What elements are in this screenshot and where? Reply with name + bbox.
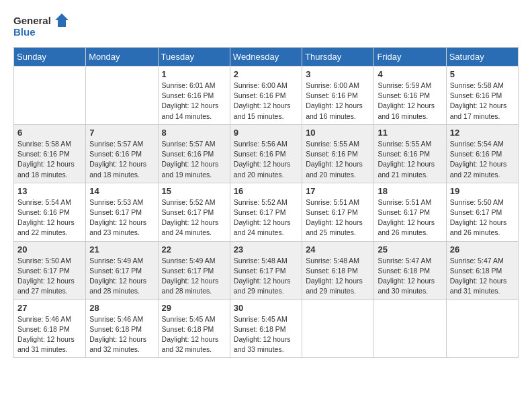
calendar-cell: 14Sunrise: 5:53 AMSunset: 6:17 PMDayligh… bbox=[86, 183, 158, 241]
day-number: 8 bbox=[162, 128, 226, 138]
day-info: Sunrise: 5:46 AMSunset: 6:18 PMDaylight:… bbox=[17, 314, 82, 355]
calendar-week-1: 1Sunrise: 6:01 AMSunset: 6:16 PMDaylight… bbox=[14, 66, 519, 125]
day-info: Sunrise: 5:50 AMSunset: 6:17 PMDaylight:… bbox=[450, 197, 515, 238]
day-number: 21 bbox=[89, 244, 154, 255]
calendar-cell bbox=[374, 300, 446, 358]
calendar-cell: 9Sunrise: 5:56 AMSunset: 6:16 PMDaylight… bbox=[230, 124, 302, 183]
calendar-cell: 11Sunrise: 5:55 AMSunset: 6:16 PMDayligh… bbox=[374, 124, 446, 183]
day-info: Sunrise: 5:54 AMSunset: 6:16 PMDaylight:… bbox=[450, 139, 515, 180]
day-number: 15 bbox=[162, 186, 226, 196]
weekday-header-row: SundayMondayTuesdayWednesdayThursdayFrid… bbox=[14, 48, 519, 66]
calendar-cell: 4Sunrise: 5:59 AMSunset: 6:16 PMDaylight… bbox=[374, 66, 446, 125]
day-number: 27 bbox=[17, 303, 82, 313]
calendar-cell: 30Sunrise: 5:45 AMSunset: 6:18 PMDayligh… bbox=[230, 300, 302, 358]
day-info: Sunrise: 5:47 AMSunset: 6:18 PMDaylight:… bbox=[378, 256, 442, 297]
day-info: Sunrise: 6:01 AMSunset: 6:16 PMDaylight:… bbox=[162, 81, 226, 122]
day-number: 24 bbox=[306, 244, 370, 255]
calendar-cell: 16Sunrise: 5:52 AMSunset: 6:17 PMDayligh… bbox=[230, 183, 302, 241]
calendar-cell: 18Sunrise: 5:51 AMSunset: 6:17 PMDayligh… bbox=[374, 183, 446, 241]
day-info: Sunrise: 5:59 AMSunset: 6:16 PMDaylight:… bbox=[378, 81, 442, 122]
svg-text:General: General bbox=[13, 15, 51, 26]
calendar-cell: 26Sunrise: 5:47 AMSunset: 6:18 PMDayligh… bbox=[446, 241, 518, 300]
day-number: 18 bbox=[378, 186, 442, 196]
calendar-cell: 3Sunrise: 6:00 AMSunset: 6:16 PMDaylight… bbox=[302, 66, 374, 125]
day-info: Sunrise: 5:58 AMSunset: 6:16 PMDaylight:… bbox=[450, 81, 515, 122]
day-number: 28 bbox=[89, 303, 154, 313]
calendar-cell: 8Sunrise: 5:57 AMSunset: 6:16 PMDaylight… bbox=[158, 124, 230, 183]
day-number: 5 bbox=[450, 69, 515, 79]
header: GeneralBlue bbox=[13, 13, 519, 40]
day-info: Sunrise: 5:49 AMSunset: 6:17 PMDaylight:… bbox=[89, 256, 154, 297]
calendar-cell: 17Sunrise: 5:51 AMSunset: 6:17 PMDayligh… bbox=[302, 183, 374, 241]
calendar-week-2: 6Sunrise: 5:58 AMSunset: 6:16 PMDaylight… bbox=[14, 124, 519, 183]
day-number: 11 bbox=[378, 128, 442, 138]
day-number: 29 bbox=[162, 303, 226, 313]
weekday-header-sunday: Sunday bbox=[14, 48, 86, 66]
day-number: 26 bbox=[450, 244, 515, 255]
calendar-week-4: 20Sunrise: 5:50 AMSunset: 6:17 PMDayligh… bbox=[14, 241, 519, 300]
day-number: 13 bbox=[17, 186, 82, 196]
calendar-cell: 23Sunrise: 5:48 AMSunset: 6:17 PMDayligh… bbox=[230, 241, 302, 300]
day-info: Sunrise: 5:55 AMSunset: 6:16 PMDaylight:… bbox=[378, 139, 442, 180]
calendar-cell: 2Sunrise: 6:00 AMSunset: 6:16 PMDaylight… bbox=[230, 66, 302, 125]
day-info: Sunrise: 5:54 AMSunset: 6:16 PMDaylight:… bbox=[17, 197, 82, 238]
calendar-cell: 24Sunrise: 5:48 AMSunset: 6:18 PMDayligh… bbox=[302, 241, 374, 300]
day-info: Sunrise: 5:57 AMSunset: 6:16 PMDaylight:… bbox=[162, 139, 226, 180]
day-info: Sunrise: 5:57 AMSunset: 6:16 PMDaylight:… bbox=[89, 139, 154, 180]
calendar-cell: 10Sunrise: 5:55 AMSunset: 6:16 PMDayligh… bbox=[302, 124, 374, 183]
day-info: Sunrise: 5:52 AMSunset: 6:17 PMDaylight:… bbox=[234, 197, 298, 238]
calendar-cell: 6Sunrise: 5:58 AMSunset: 6:16 PMDaylight… bbox=[14, 124, 86, 183]
day-number: 9 bbox=[234, 128, 298, 138]
calendar-cell: 12Sunrise: 5:54 AMSunset: 6:16 PMDayligh… bbox=[446, 124, 518, 183]
day-number: 3 bbox=[306, 69, 370, 79]
calendar-cell: 29Sunrise: 5:45 AMSunset: 6:18 PMDayligh… bbox=[158, 300, 230, 358]
day-info: Sunrise: 5:45 AMSunset: 6:18 PMDaylight:… bbox=[162, 314, 226, 355]
svg-marker-1 bbox=[55, 13, 69, 27]
weekday-header-tuesday: Tuesday bbox=[158, 48, 230, 66]
day-info: Sunrise: 5:53 AMSunset: 6:17 PMDaylight:… bbox=[89, 197, 154, 238]
calendar-cell: 19Sunrise: 5:50 AMSunset: 6:17 PMDayligh… bbox=[446, 183, 518, 241]
calendar-week-5: 27Sunrise: 5:46 AMSunset: 6:18 PMDayligh… bbox=[14, 300, 519, 358]
svg-text:Blue: Blue bbox=[13, 26, 36, 38]
day-number: 12 bbox=[450, 128, 515, 138]
day-info: Sunrise: 5:51 AMSunset: 6:17 PMDaylight:… bbox=[378, 197, 442, 238]
day-number: 19 bbox=[450, 186, 515, 196]
weekday-header-friday: Friday bbox=[374, 48, 446, 66]
day-info: Sunrise: 5:49 AMSunset: 6:17 PMDaylight:… bbox=[162, 256, 226, 297]
calendar-cell: 28Sunrise: 5:46 AMSunset: 6:18 PMDayligh… bbox=[86, 300, 158, 358]
day-number: 22 bbox=[162, 244, 226, 255]
day-number: 30 bbox=[234, 303, 298, 313]
day-info: Sunrise: 5:52 AMSunset: 6:17 PMDaylight:… bbox=[162, 197, 226, 238]
day-number: 23 bbox=[234, 244, 298, 255]
day-info: Sunrise: 5:48 AMSunset: 6:18 PMDaylight:… bbox=[306, 256, 370, 297]
calendar-cell: 15Sunrise: 5:52 AMSunset: 6:17 PMDayligh… bbox=[158, 183, 230, 241]
day-number: 2 bbox=[234, 69, 298, 79]
logo-svg: GeneralBlue bbox=[13, 13, 74, 40]
calendar-cell bbox=[446, 300, 518, 358]
day-info: Sunrise: 5:50 AMSunset: 6:17 PMDaylight:… bbox=[17, 256, 82, 297]
calendar-cell: 22Sunrise: 5:49 AMSunset: 6:17 PMDayligh… bbox=[158, 241, 230, 300]
day-number: 16 bbox=[234, 186, 298, 196]
calendar: SundayMondayTuesdayWednesdayThursdayFrid… bbox=[13, 47, 519, 358]
day-info: Sunrise: 5:55 AMSunset: 6:16 PMDaylight:… bbox=[306, 139, 370, 180]
calendar-cell: 25Sunrise: 5:47 AMSunset: 6:18 PMDayligh… bbox=[374, 241, 446, 300]
day-info: Sunrise: 6:00 AMSunset: 6:16 PMDaylight:… bbox=[306, 81, 370, 122]
calendar-cell: 7Sunrise: 5:57 AMSunset: 6:16 PMDaylight… bbox=[86, 124, 158, 183]
day-info: Sunrise: 5:48 AMSunset: 6:17 PMDaylight:… bbox=[234, 256, 298, 297]
day-number: 17 bbox=[306, 186, 370, 196]
weekday-header-thursday: Thursday bbox=[302, 48, 374, 66]
weekday-header-wednesday: Wednesday bbox=[230, 48, 302, 66]
calendar-cell: 20Sunrise: 5:50 AMSunset: 6:17 PMDayligh… bbox=[14, 241, 86, 300]
day-number: 4 bbox=[378, 69, 442, 79]
day-number: 20 bbox=[17, 244, 82, 255]
calendar-cell: 13Sunrise: 5:54 AMSunset: 6:16 PMDayligh… bbox=[14, 183, 86, 241]
calendar-cell bbox=[86, 66, 158, 125]
calendar-week-3: 13Sunrise: 5:54 AMSunset: 6:16 PMDayligh… bbox=[14, 183, 519, 241]
day-number: 6 bbox=[17, 128, 82, 138]
calendar-cell: 21Sunrise: 5:49 AMSunset: 6:17 PMDayligh… bbox=[86, 241, 158, 300]
day-info: Sunrise: 5:47 AMSunset: 6:18 PMDaylight:… bbox=[450, 256, 515, 297]
weekday-header-monday: Monday bbox=[86, 48, 158, 66]
day-number: 7 bbox=[89, 128, 154, 138]
calendar-cell bbox=[14, 66, 86, 125]
day-info: Sunrise: 5:51 AMSunset: 6:17 PMDaylight:… bbox=[306, 197, 370, 238]
